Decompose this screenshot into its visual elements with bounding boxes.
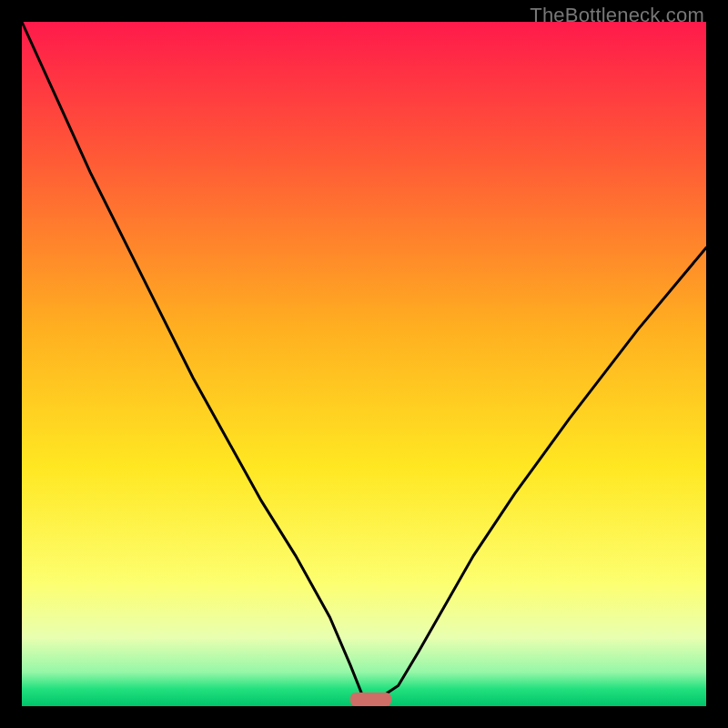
plot-background	[22, 22, 706, 706]
chart-svg	[0, 0, 728, 728]
bottleneck-chart: TheBottleneck.com	[0, 0, 728, 728]
optimum-marker	[350, 693, 391, 706]
